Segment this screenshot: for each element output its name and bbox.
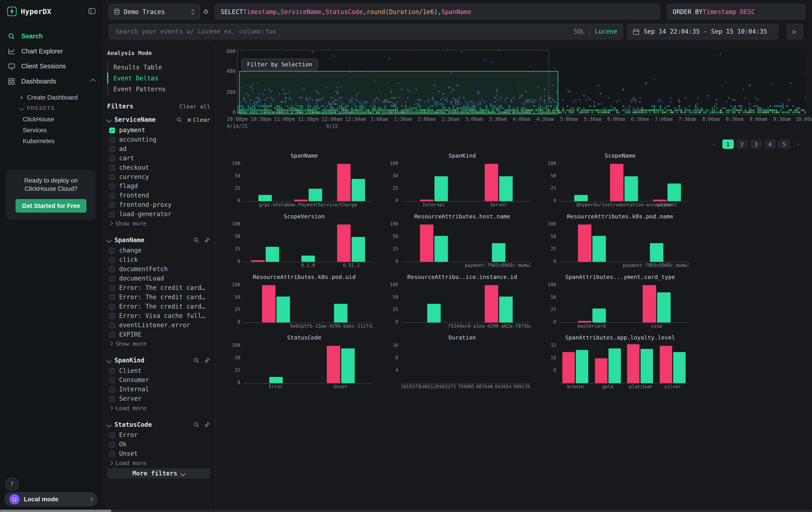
checkbox[interactable]: [109, 331, 115, 337]
filter-option[interactable]: EXPIRE: [107, 330, 210, 339]
search-icon[interactable]: [193, 357, 199, 363]
pagination-page-1[interactable]: 1: [722, 140, 734, 149]
get-started-button[interactable]: Get Started for Free: [16, 199, 86, 213]
checkbox[interactable]: [109, 285, 115, 291]
checkbox[interactable]: [109, 313, 115, 319]
sql-expression-input[interactable]: SELECT Timestamp, ServiceName, StatusCod…: [215, 4, 660, 19]
filter-option[interactable]: Server: [107, 394, 210, 403]
filter-option[interactable]: ✓payment: [107, 126, 210, 135]
filter-option[interactable]: Error: The credit card (…: [107, 283, 210, 293]
checkbox[interactable]: [109, 451, 115, 457]
checkbox[interactable]: [109, 137, 115, 142]
show-more-link[interactable]: Show more: [107, 339, 210, 348]
checkbox[interactable]: [109, 202, 115, 208]
sidebar-item-chart-explorer[interactable]: Chart Explorer: [0, 44, 102, 59]
horizontal-scrollbar[interactable]: [0, 510, 812, 512]
pagination-next[interactable]: ›: [792, 140, 804, 149]
sidebar-item-search[interactable]: Search: [0, 28, 102, 44]
filter-option[interactable]: Client: [107, 366, 210, 375]
checkbox[interactable]: [109, 183, 115, 189]
filter-option[interactable]: eventListener.error: [107, 320, 210, 330]
checkbox[interactable]: [109, 174, 115, 180]
checkbox[interactable]: [109, 276, 115, 281]
filter-option[interactable]: accounting: [107, 135, 210, 144]
show-more-link[interactable]: Load more: [107, 403, 210, 413]
checkbox[interactable]: [109, 211, 115, 217]
filter-group-header-SpanName[interactable]: SpanName: [107, 235, 210, 246]
filter-option[interactable]: frontend: [107, 191, 210, 200]
filter-option[interactable]: Unset: [107, 449, 210, 458]
checkbox[interactable]: [109, 368, 115, 374]
brand[interactable]: HyperDX: [0, 0, 102, 21]
filter-option[interactable]: cart: [107, 153, 210, 163]
date-range-picker[interactable]: Sep 14 22:04:35 - Sep 15 10:04:35: [627, 24, 778, 39]
checkbox[interactable]: [109, 396, 115, 402]
checkbox[interactable]: [109, 266, 115, 272]
pagination-prev[interactable]: ‹: [708, 140, 720, 149]
search-icon[interactable]: [193, 422, 199, 428]
filter-option[interactable]: checkout: [107, 163, 210, 172]
group-clear-link[interactable]: Clear: [187, 116, 210, 123]
checkbox[interactable]: [109, 441, 115, 447]
filter-option[interactable]: Error: The credit card (…: [107, 293, 210, 302]
show-more-link[interactable]: Show more: [107, 219, 210, 228]
sidebar-item-client-sessions[interactable]: Client Sessions: [0, 58, 102, 74]
search-icon[interactable]: [193, 237, 199, 243]
search-input[interactable]: [115, 27, 574, 36]
pin-icon[interactable]: [204, 422, 210, 428]
checkbox[interactable]: [109, 294, 115, 300]
filter-option[interactable]: click: [107, 255, 210, 265]
help-button[interactable]: ?: [5, 478, 19, 491]
filter-option[interactable]: change: [107, 246, 210, 255]
lang-lucene-option[interactable]: Lucene: [595, 28, 617, 35]
pin-icon[interactable]: [204, 237, 210, 243]
checkbox[interactable]: [109, 377, 115, 383]
mode-results-table[interactable]: Results Table: [107, 62, 210, 73]
checkbox[interactable]: [109, 257, 115, 263]
filter-option[interactable]: currency: [107, 172, 210, 182]
lang-sql-option[interactable]: SQL: [574, 28, 585, 35]
more-filters-button[interactable]: More filters: [107, 468, 210, 479]
filter-group-header-SpanKind[interactable]: SpanKind: [107, 355, 210, 366]
sidebar-item-dashboards[interactable]: Dashboards: [0, 74, 102, 89]
gear-icon[interactable]: ⚙: [203, 7, 208, 16]
pagination-page-2[interactable]: 2: [736, 140, 748, 149]
filter-option[interactable]: Consumer: [107, 375, 210, 385]
clear-all-link[interactable]: Clear all: [179, 103, 210, 110]
run-query-button[interactable]: ▷: [787, 24, 803, 39]
filter-option[interactable]: ad: [107, 144, 210, 153]
pagination-page-5[interactable]: 5: [778, 140, 789, 149]
presets-toggle[interactable]: PRESETS: [12, 103, 102, 113]
filter-option[interactable]: Error: Visa cache full: …: [107, 311, 210, 320]
checkbox[interactable]: [109, 247, 115, 253]
source-select[interactable]: Demo Traces: [109, 4, 200, 19]
selection-region[interactable]: [239, 71, 558, 114]
pin-icon[interactable]: [204, 357, 210, 363]
preset-link-services[interactable]: Services: [12, 125, 102, 135]
scrollbar-thumb[interactable]: [0, 510, 111, 512]
checkbox-checked[interactable]: ✓: [109, 127, 115, 133]
mode-event-patterns[interactable]: Event Patterns: [107, 83, 210, 95]
checkbox[interactable]: [109, 304, 115, 309]
pagination-page-4[interactable]: 4: [764, 140, 776, 149]
query-language-toggle[interactable]: SQL | Lucene: [574, 28, 617, 35]
filter-option[interactable]: Error: [107, 430, 210, 440]
user-menu[interactable]: U Local mode: [4, 492, 97, 507]
preset-link-clickhouse[interactable]: ClickHouse: [12, 113, 102, 125]
show-more-link[interactable]: Load more: [107, 458, 210, 468]
sidebar-collapse-icon[interactable]: [88, 7, 96, 15]
filter-group-header-StatusCode[interactable]: StatusCode: [107, 419, 210, 430]
search-icon[interactable]: [176, 117, 182, 123]
checkbox[interactable]: [109, 146, 115, 152]
checkbox[interactable]: [109, 164, 115, 170]
order-by-input[interactable]: ORDER BY Timestamp DESC: [667, 4, 805, 19]
mode-event-deltas[interactable]: Event Deltas: [107, 73, 210, 83]
filter-option[interactable]: Ok: [107, 440, 210, 449]
checkbox[interactable]: [109, 432, 115, 438]
checkbox[interactable]: [109, 193, 115, 198]
filter-option[interactable]: load-generator: [107, 210, 210, 219]
checkbox[interactable]: [109, 322, 115, 328]
filter-option[interactable]: documentLoad: [107, 274, 210, 283]
create-dashboard-link[interactable]: + Create Dashboard: [12, 92, 102, 103]
filter-by-selection-button[interactable]: Filter by Selection: [241, 58, 318, 71]
